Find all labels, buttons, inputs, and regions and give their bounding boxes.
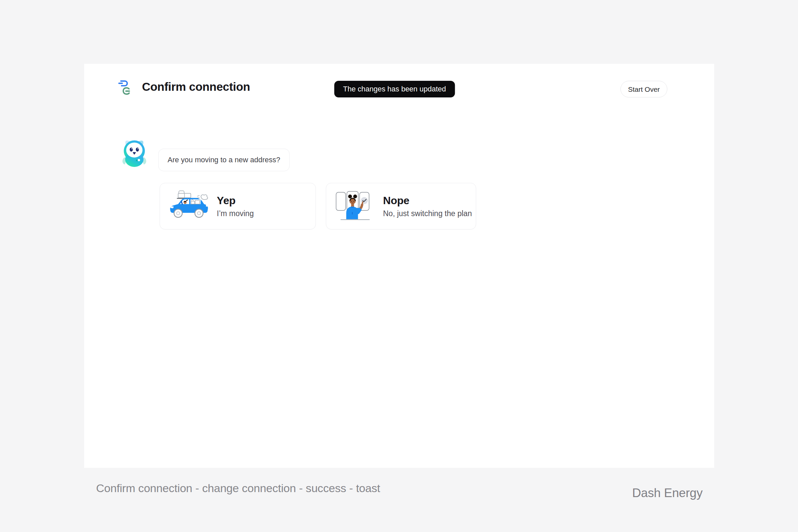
option-card-nope[interactable]: Nope No, just switching the plan [326,183,476,229]
dash-energy-logo-icon [117,78,133,95]
toast-message: The changes has been updated [343,85,446,93]
screen-caption: Confirm connection - change connection -… [96,482,380,495]
option-subtitle-nope: No, just switching the plan [383,209,472,218]
option-subtitle-yep: I’m moving [217,209,254,218]
option-title-nope: Nope [383,195,472,206]
toast-notification: The changes has been updated [334,81,455,97]
main-panel: Confirm connection The changes has been … [84,64,714,468]
bot-message-bubble: Are you moving to a new address? [158,149,290,171]
brand-name: Dash Energy [632,486,703,500]
page-title: Confirm connection [142,79,250,94]
car-with-luggage-illustration-icon [168,190,210,223]
robot-mascot-icon [122,138,147,168]
person-picking-plan-illustration-icon [335,188,376,225]
option-card-yep[interactable]: Yep I’m moving [159,183,316,229]
bot-question: Are you moving to a new address? [168,156,280,164]
option-title-yep: Yep [217,195,254,206]
start-over-button[interactable]: Start Over [621,81,667,97]
